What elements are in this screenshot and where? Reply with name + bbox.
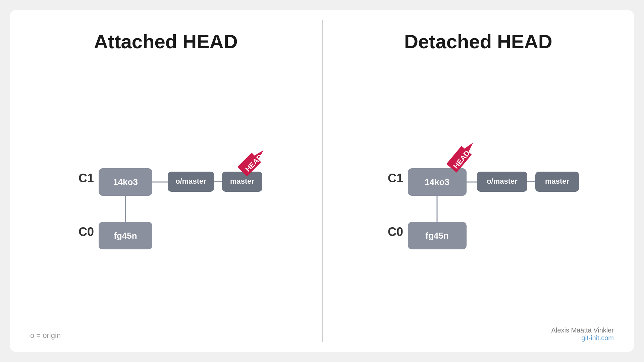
right-c1-label: C1	[388, 171, 403, 185]
right-head-arrow-group: HEAD	[446, 138, 478, 172]
right-master-text: master	[545, 177, 570, 185]
left-c1-label: C1	[78, 171, 94, 185]
footer-website-link[interactable]: git-init.com	[551, 334, 614, 342]
right-omaster-text: o/master	[487, 177, 518, 185]
right-c0-label: C0	[388, 225, 403, 239]
left-master-text: master	[230, 177, 255, 185]
right-14ko3-text: 14ko3	[425, 177, 449, 187]
right-diagram-svg: C1 C0 14ko3 o/master master	[378, 149, 579, 263]
left-panel: Attached HEAD C1 C0 14ko3 o/master	[10, 10, 322, 352]
footer-author-name: Alexis Määttä Vinkler	[551, 326, 614, 334]
left-14ko3-text: 14ko3	[113, 177, 138, 187]
right-panel: Detached HEAD C1 C0 14ko3 o/master	[323, 10, 634, 352]
left-diagram-svg: C1 C0 14ko3 o/master master	[68, 149, 263, 263]
left-diagram-area: C1 C0 14ko3 o/master master	[23, 73, 308, 339]
footer-legend: o = origin	[30, 331, 61, 340]
footer-author-area: Alexis Määttä Vinkler git-init.com	[551, 326, 614, 342]
right-fg45n-text: fg45n	[425, 231, 448, 241]
left-panel-title: Attached HEAD	[94, 30, 238, 53]
left-omaster-text: o/master	[175, 177, 206, 185]
right-diagram-area: C1 C0 14ko3 o/master master	[336, 73, 621, 339]
left-c0-label: C0	[78, 225, 94, 239]
slide: Attached HEAD C1 C0 14ko3 o/master	[10, 10, 634, 352]
left-fg45n-text: fg45n	[114, 231, 137, 241]
right-panel-title: Detached HEAD	[404, 30, 552, 53]
